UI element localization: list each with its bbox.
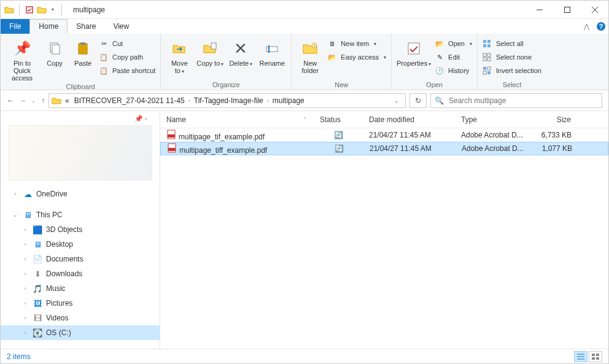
pin-quick-access-button[interactable]: 📌 Pin to Quick access [6,36,39,82]
copy-button[interactable]: Copy [42,36,67,67]
details-view-button[interactable] [574,351,588,362]
address-dropdown-icon[interactable]: ⌄ [390,98,403,104]
expander-icon[interactable]: › [21,227,29,233]
tree-item[interactable]: ›🖥Desktop [1,237,160,252]
tree-item[interactable]: ›🎵Music [1,281,160,296]
tab-home[interactable]: Home [29,19,68,34]
expander-icon[interactable]: › [21,256,29,262]
history-button[interactable]: 🕑History [435,64,472,77]
pc-icon: 🖥 [23,210,33,220]
navigation-pane[interactable]: 📌 ‹ › ☁ OneDrive ⌄ 🖥 This PC ›🟦3D Object… [1,111,160,349]
chevron-right-icon[interactable]: › [188,98,190,104]
tree-item-label: Documents [46,255,83,263]
tab-share[interactable]: Share [68,19,104,34]
group-select: Select all Select none Invert selection … [478,34,546,90]
col-type[interactable]: Type [455,115,535,124]
tree-item[interactable]: ›📄Documents [1,252,160,266]
thumbnails-view-button[interactable] [589,351,602,362]
search-input[interactable] [448,96,598,106]
tree-item-label: Music [46,284,65,293]
file-date: 21/04/27 11:45 AM [363,131,455,139]
pin-icon[interactable]: 📌 [134,115,143,122]
rename-button[interactable]: Rename [258,36,286,67]
select-all-button[interactable]: Select all [483,37,541,50]
edit-button[interactable]: ✎Edit [435,51,472,63]
expander-icon[interactable]: › [21,271,29,277]
breadcrumb[interactable]: multipage [271,96,306,105]
file-list[interactable]: Name⌃ Status Date modified Type Size mul… [160,111,608,349]
col-status[interactable]: Status [314,115,363,124]
paste-button[interactable]: Paste [71,36,95,67]
window-title: multipage [73,6,105,14]
help-icon[interactable]: ? [594,19,608,34]
recent-dropdown-icon[interactable]: ⌄ [31,98,36,104]
tree-item[interactable]: ›⬇Downloads [1,266,160,281]
move-to-button[interactable]: Move to▾ [166,36,193,74]
tree-item[interactable]: ›🟦3D Objects [1,222,160,237]
folder-icon: 🖥 [33,239,42,249]
tab-file[interactable]: File [1,19,29,34]
col-name[interactable]: Name⌃ [160,115,314,124]
invert-selection-button[interactable]: Invert selection [483,64,541,77]
cut-button[interactable]: ✂Cut [99,37,155,50]
chevron-right-icon[interactable]: › [267,98,269,104]
new-folder-button[interactable]: ✦ New folder [297,36,324,74]
breadcrumb[interactable]: BITRECOVER_27-04-2021 11-45 [73,96,186,105]
svg-rect-9 [79,44,87,54]
file-name: multipage_tiff_example.pdf [161,143,314,155]
expander-icon[interactable]: › [21,300,29,306]
expander-icon[interactable]: › [21,285,29,292]
cut-icon: ✂ [99,40,109,48]
address-bar[interactable]: « BITRECOVER_27-04-2021 11-45 › Tif-Tagg… [48,93,406,108]
close-button[interactable] [581,1,608,19]
forward-button[interactable]: → [19,96,26,105]
folder-small-icon[interactable] [37,5,47,15]
expander-icon[interactable]: › [21,330,29,336]
tree-onedrive[interactable]: › ☁ OneDrive [1,187,160,201]
file-row[interactable]: multipage_tif_example.pdf🔄21/04/27 11:45… [160,128,608,142]
svg-text:✦: ✦ [312,43,317,48]
chevron-left-icon[interactable]: ‹ [145,115,147,122]
paste-shortcut-button[interactable]: 📋Paste shortcut [99,64,155,77]
properties-button[interactable]: Properties▾ [397,36,431,67]
back-button[interactable]: ← [7,96,14,105]
qat-dropdown-icon[interactable]: ▾ [49,7,56,12]
tree-item-label: Videos [46,314,68,322]
rename-icon [265,39,279,58]
folder-icon: 🎵 [33,284,42,293]
up-button[interactable]: ↑ [41,96,45,105]
copy-to-button[interactable]: Copy to▾ [196,36,223,67]
select-none-icon [483,53,492,61]
open-button[interactable]: 📂Open▾ [435,37,472,50]
expander-icon[interactable]: › [21,241,29,247]
delete-button[interactable]: ✕ Delete▾ [227,36,254,67]
tree-item[interactable]: ›💽OS (C:) [1,325,160,340]
copy-path-button[interactable]: 📋Copy path [99,51,155,63]
tree-item-label: Desktop [46,240,73,249]
crumb-ellipsis[interactable]: « [64,96,71,105]
move-to-icon [172,39,187,58]
properties-label: Properties▾ [397,60,431,67]
folder-icon: 🎞 [33,313,42,323]
expander-icon[interactable]: › [12,191,19,197]
col-size[interactable]: Size [535,115,578,124]
minimize-button[interactable] [526,1,553,19]
new-item-button[interactable]: 🗎New item▾ [327,37,386,50]
tab-view[interactable]: View [104,19,138,34]
refresh-button[interactable]: ↻ [409,93,427,108]
tree-item[interactable]: ›🎞Videos [1,311,160,325]
maximize-button[interactable] [553,1,581,19]
qat-properties-icon[interactable] [25,5,34,15]
select-none-button[interactable]: Select none [483,51,541,63]
expander-icon[interactable]: › [21,315,29,321]
search-box[interactable]: 🔍 [430,93,602,108]
easy-access-button[interactable]: 📂Easy access▾ [327,51,386,63]
col-date[interactable]: Date modified [363,115,455,124]
collapse-ribbon-icon[interactable]: ⋀ [579,19,594,34]
breadcrumb[interactable]: Tif-Tagged-Image-file [193,96,265,105]
tree-this-pc[interactable]: ⌄ 🖥 This PC [1,207,160,222]
expander-icon[interactable]: ⌄ [12,212,19,218]
pin-icon: 📌 [14,39,31,58]
file-row[interactable]: multipage_tiff_example.pdf🔄21/04/27 11:4… [160,142,608,155]
tree-item[interactable]: ›🖼Pictures [1,296,160,311]
